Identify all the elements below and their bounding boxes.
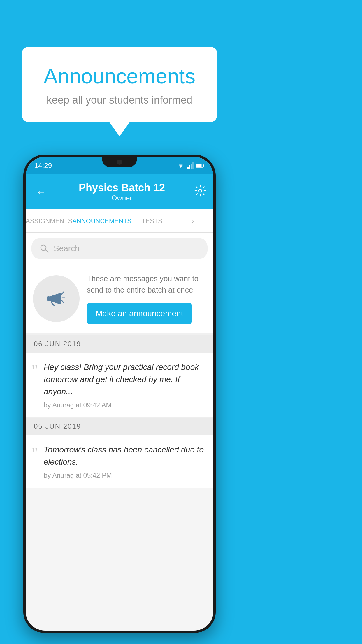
announcement-item-2[interactable]: " Tomorrow's class has been cancelled du… bbox=[26, 435, 213, 488]
svg-point-7 bbox=[199, 189, 202, 192]
make-announcement-button[interactable]: Make an announcement bbox=[87, 303, 192, 324]
svg-rect-2 bbox=[191, 164, 192, 169]
search-icon bbox=[40, 244, 49, 253]
phone-inner: 14:29 bbox=[26, 157, 213, 631]
battery-icon bbox=[196, 163, 205, 168]
phone-notch bbox=[102, 157, 137, 167]
svg-line-9 bbox=[45, 250, 48, 252]
quote-icon-1: " bbox=[31, 363, 38, 378]
announcement-meta-1: by Anurag at 09:42 AM bbox=[44, 401, 205, 409]
header-center: Physics Batch 12 Owner bbox=[49, 182, 194, 202]
svg-rect-5 bbox=[203, 165, 204, 167]
settings-button[interactable] bbox=[194, 185, 206, 199]
svg-rect-6 bbox=[196, 164, 202, 167]
tab-tests[interactable]: TESTS bbox=[131, 209, 172, 232]
status-time: 14:29 bbox=[34, 162, 52, 170]
app-header: ← Physics Batch 12 Owner bbox=[26, 174, 213, 209]
bubble-subtitle: keep all your students informed bbox=[42, 94, 197, 106]
date-separator-2: 05 JUN 2019 bbox=[26, 418, 213, 435]
status-bar: 14:29 bbox=[26, 157, 213, 174]
tab-assignments[interactable]: ASSIGNMENTS bbox=[26, 209, 72, 232]
search-bar-wrap: Search bbox=[26, 233, 213, 264]
date-separator-1: 06 JUN 2019 bbox=[26, 335, 213, 353]
svg-rect-3 bbox=[192, 162, 194, 169]
announcement-text-2: Tomorrow's class has been cancelled due … bbox=[44, 444, 205, 468]
header-subtitle: Owner bbox=[49, 194, 194, 202]
announcement-prompt-section: These are messages you want to send to t… bbox=[26, 264, 213, 335]
announcement-meta-2: by Anurag at 05:42 PM bbox=[44, 472, 205, 480]
search-placeholder: Search bbox=[54, 244, 80, 253]
tabs-bar: ASSIGNMENTS ANNOUNCEMENTS TESTS › bbox=[26, 209, 213, 233]
announcement-item-1[interactable]: " Hey class! Bring your practical record… bbox=[26, 353, 213, 418]
tab-announcements[interactable]: ANNOUNCEMENTS bbox=[72, 209, 131, 232]
announcement-text-1: Hey class! Bring your practical record b… bbox=[44, 361, 205, 398]
speech-bubble-card: Announcements keep all your students inf… bbox=[22, 47, 217, 122]
svg-line-13 bbox=[61, 300, 64, 302]
announcement-body-2: Tomorrow's class has been cancelled due … bbox=[44, 444, 205, 480]
svg-line-11 bbox=[61, 292, 64, 294]
signal-icon bbox=[187, 162, 194, 169]
announcement-body-1: Hey class! Bring your practical record b… bbox=[44, 361, 205, 409]
svg-rect-10 bbox=[47, 296, 50, 301]
tab-more[interactable]: › bbox=[173, 209, 213, 232]
search-bar[interactable]: Search bbox=[31, 238, 208, 259]
phone-frame: 14:29 bbox=[23, 155, 216, 633]
announcement-description: These are messages you want to send to t… bbox=[87, 273, 206, 296]
camera-circle bbox=[117, 160, 122, 165]
back-button[interactable]: ← bbox=[33, 183, 49, 201]
bubble-title: Announcements bbox=[42, 64, 197, 88]
megaphone-icon bbox=[43, 286, 69, 312]
svg-rect-0 bbox=[187, 167, 189, 169]
announcement-icon-circle bbox=[33, 275, 80, 322]
quote-icon-2: " bbox=[31, 445, 38, 461]
header-title: Physics Batch 12 bbox=[49, 182, 194, 194]
wifi-icon bbox=[177, 162, 185, 169]
announcement-right-panel: These are messages you want to send to t… bbox=[87, 273, 206, 324]
svg-rect-1 bbox=[189, 165, 190, 169]
status-icons bbox=[177, 162, 205, 169]
